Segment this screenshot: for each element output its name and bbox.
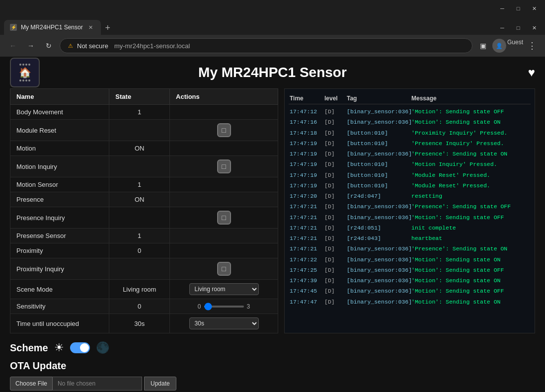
url-actions: ▣ 👤 Guest ⋮	[476, 39, 539, 53]
log-col-level: level	[324, 95, 347, 102]
forward-button[interactable]: →	[24, 39, 38, 53]
log-entry: 17:47:47[D][binary_sensor:036]'Motion': …	[289, 297, 531, 307]
sensor-actions	[170, 105, 278, 120]
sensor-state: ON	[109, 141, 170, 156]
sensitivity-slider[interactable]	[204, 306, 244, 308]
log-message: 'Presence': Sending state ON	[411, 150, 530, 158]
log-message: 'Module Reset' Pressed.	[411, 171, 530, 179]
active-tab[interactable]: ⚡ My MR24HPC1 Sensor ✕	[4, 20, 101, 35]
sensor-state: 1	[109, 177, 170, 192]
time-unoccupied-select[interactable]: 10s30s60s120s300s	[189, 317, 259, 329]
chip-dot	[22, 64, 24, 66]
log-time: 17:47:47	[290, 298, 324, 306]
profile-button[interactable]: 👤	[492, 39, 506, 53]
log-tag: [binary_sensor:036]	[347, 213, 411, 222]
log-entry: 17:47:21[D][binary_sensor:036]'Presence'…	[289, 201, 531, 212]
log-time: 17:47:19	[290, 160, 324, 168]
log-time: 17:47:19	[290, 139, 324, 148]
log-message: 'Motion': Sending state OFF	[411, 266, 530, 274]
minimize-button[interactable]: ─	[495, 1, 509, 15]
log-message: 'Motion': Sending state ON	[411, 118, 530, 126]
action-button[interactable]: □	[217, 159, 231, 173]
action-button[interactable]: □	[217, 123, 231, 137]
log-entry: 17:47:21[D][r24d:043]heartbeat	[289, 233, 531, 243]
sensor-state: 0	[109, 243, 170, 258]
log-time: 17:47:19	[290, 150, 324, 158]
sensor-name: Presence Inquiry	[10, 207, 109, 229]
scene-mode-select[interactable]: Living roomBedroomBathroomArea detection	[189, 283, 259, 295]
tab-close-icon[interactable]: ✕	[87, 23, 95, 31]
browser-chrome: ─ □ ✕ ⚡ My MR24HPC1 Sensor ✕ + ─ □ ✕ ← →…	[0, 0, 545, 57]
moon-icon[interactable]: 🌑	[96, 341, 109, 354]
update-button[interactable]: Update	[144, 377, 176, 391]
sensor-actions	[170, 141, 278, 156]
log-level: [D]	[324, 202, 347, 211]
profile-label: Guest	[507, 39, 523, 53]
tab-maximize-button[interactable]: □	[511, 21, 525, 35]
log-tag: [binary_sensor:036]	[347, 276, 411, 285]
back-button[interactable]: ←	[6, 39, 20, 53]
file-name-display: No file chosen	[53, 377, 142, 391]
log-tag: [binary_sensor:036]	[347, 287, 411, 295]
action-button[interactable]: □	[217, 262, 231, 276]
sensor-name: Body Movement	[10, 105, 109, 120]
log-time: 17:47:21	[290, 213, 324, 222]
log-entry: 17:47:19[D][binary_sensor:036]'Presence'…	[289, 149, 531, 159]
log-time: 17:47:20	[290, 192, 324, 200]
log-level: [D]	[324, 266, 347, 274]
chip-dot	[19, 64, 21, 66]
sensor-actions: □	[170, 120, 278, 141]
log-entry: 17:47:39[D][binary_sensor:036]'Motion': …	[289, 275, 531, 286]
log-tag: [button:010]	[347, 181, 411, 190]
log-message: 'Motion': Sending state ON	[411, 298, 530, 306]
sensor-state: 1	[109, 105, 170, 120]
log-time: 17:47:25	[290, 266, 324, 274]
sensor-actions: 03	[170, 299, 278, 314]
log-tag: [button:010]	[347, 160, 411, 168]
maximize-button[interactable]: □	[511, 1, 525, 15]
sensor-name: Motion Sensor	[10, 177, 109, 192]
log-message: resetting	[411, 192, 530, 200]
chip-dots-top	[19, 64, 30, 66]
ota-controls: Choose File No file chosen Update	[10, 377, 535, 391]
log-tag: [r24d:043]	[347, 234, 411, 242]
log-time: 17:47:45	[290, 287, 324, 295]
log-level: [D]	[324, 160, 347, 168]
choose-file-button[interactable]: Choose File	[10, 377, 53, 391]
main-layout: Name State Actions Body Movement1Module …	[10, 88, 535, 333]
log-entry: 17:47:21[D][binary_sensor:036]'Presence'…	[289, 243, 531, 254]
log-entry: 17:47:19[D][button:010]'Module Reset' Pr…	[289, 170, 531, 180]
favorite-button[interactable]: ♥	[528, 66, 535, 79]
sun-icon[interactable]: ☀	[54, 341, 64, 354]
log-header: Time level Tag Message	[289, 93, 531, 104]
sensor-name: Motion Inquiry	[10, 156, 109, 177]
tab-close-button[interactable]: ✕	[527, 21, 541, 35]
ota-section: OTA Update Choose File No file chosen Up…	[10, 360, 535, 391]
url-box[interactable]: ⚠ Not secure my-mr24hpc1-sensor.local	[60, 38, 472, 53]
log-message: 'Motion': Sending state ON	[411, 255, 530, 264]
tab-minimize-button[interactable]: ─	[495, 21, 509, 35]
log-message: 'Motion': Sending state ON	[411, 276, 530, 285]
log-time: 17:47:21	[290, 202, 324, 211]
log-message: 'Presence Inquiry' Pressed.	[411, 139, 530, 148]
sensor-actions: □	[170, 207, 278, 229]
new-tab-button[interactable]: +	[101, 21, 115, 35]
chip-dot	[22, 79, 24, 81]
security-label: Not secure	[77, 42, 108, 50]
sensor-name: Presence	[10, 192, 109, 207]
chip-dots-bottom	[19, 79, 30, 81]
browser-menu-button[interactable]: ⋮	[525, 39, 539, 53]
close-button[interactable]: ✕	[527, 1, 541, 15]
sensor-name: Sensitivity	[10, 299, 109, 314]
sensor-actions: □	[170, 258, 278, 280]
log-entry: 17:47:19[D][button:010]'Motion Inquiry' …	[289, 159, 531, 169]
log-level: [D]	[324, 192, 347, 200]
sidebar-toggle-button[interactable]: ▣	[476, 39, 490, 53]
sensor-name: Scene Mode	[10, 280, 109, 299]
reload-button[interactable]: ↻	[42, 39, 56, 53]
action-button[interactable]: □	[217, 211, 231, 225]
log-message: 'Motion': Sending state OFF	[411, 287, 530, 295]
log-col-time: Time	[290, 95, 324, 102]
theme-toggle[interactable]	[70, 342, 90, 353]
log-tag: [button:010]	[347, 171, 411, 179]
